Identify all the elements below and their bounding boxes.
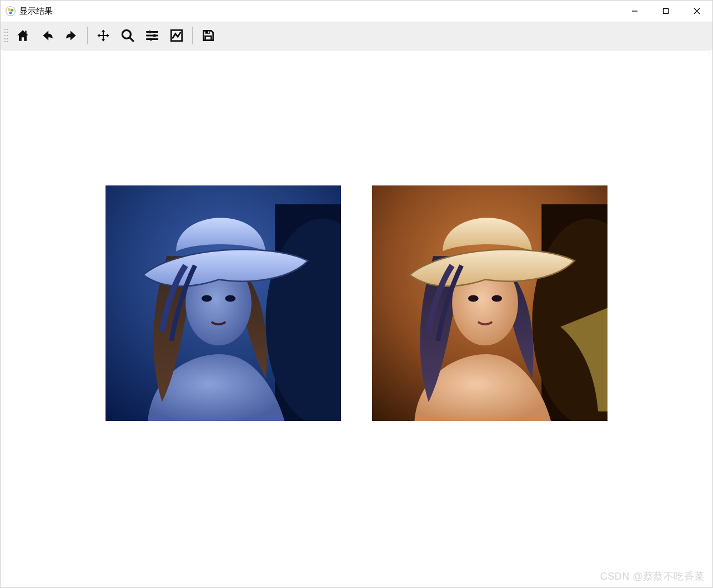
svg-rect-8 xyxy=(25,31,26,33)
toolbar-separator xyxy=(87,27,88,44)
figure-canvas[interactable] xyxy=(3,51,710,585)
svg-point-14 xyxy=(148,31,151,33)
svg-point-31 xyxy=(468,295,479,302)
titlebar: 显示结果 xyxy=(1,1,712,22)
svg-point-32 xyxy=(491,295,502,302)
toolbar xyxy=(1,22,712,49)
svg-point-25 xyxy=(202,295,212,302)
back-button[interactable] xyxy=(35,23,59,48)
svg-point-2 xyxy=(11,9,13,12)
toolbar-separator xyxy=(192,27,193,44)
home-button[interactable] xyxy=(11,23,35,48)
svg-rect-5 xyxy=(664,9,669,14)
edit-axes-button[interactable] xyxy=(164,23,189,48)
zoom-button[interactable] xyxy=(116,23,140,48)
svg-point-1 xyxy=(8,8,11,11)
svg-point-15 xyxy=(153,34,156,37)
configure-subplots-button[interactable] xyxy=(140,23,164,48)
titlebar-left: 显示结果 xyxy=(5,6,53,17)
svg-line-10 xyxy=(129,37,134,42)
toolbar-grip xyxy=(4,24,8,47)
right-image xyxy=(372,185,607,421)
window-title: 显示结果 xyxy=(19,6,53,17)
forward-button[interactable] xyxy=(59,23,84,48)
minimize-button[interactable] xyxy=(619,1,650,22)
svg-point-26 xyxy=(225,295,235,302)
subplot-row xyxy=(3,185,710,421)
app-icon xyxy=(5,6,16,17)
left-image-panel xyxy=(106,185,341,421)
svg-point-9 xyxy=(122,30,130,38)
right-image-panel xyxy=(372,185,607,421)
close-button[interactable] xyxy=(681,1,712,22)
window-controls xyxy=(619,1,712,22)
save-button[interactable] xyxy=(196,23,220,48)
left-image xyxy=(106,185,341,421)
svg-rect-20 xyxy=(205,36,212,41)
svg-point-3 xyxy=(9,12,12,14)
pan-button[interactable] xyxy=(91,23,116,48)
svg-point-16 xyxy=(149,38,152,41)
svg-rect-19 xyxy=(208,31,209,33)
maximize-button[interactable] xyxy=(650,1,681,22)
